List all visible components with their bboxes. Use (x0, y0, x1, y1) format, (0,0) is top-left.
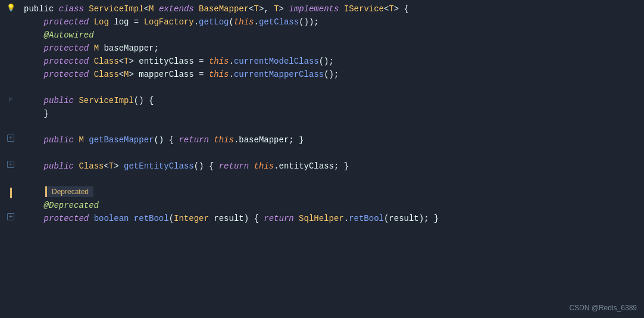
gutter-line-3 (0, 42, 21, 43)
token-type-name: Class (94, 57, 119, 66)
code-content-line-12: public Class<T> getEntityClass() { retur… (21, 160, 639, 173)
token-plain: baseMapper; (104, 43, 158, 53)
code-content-line-8: } (21, 107, 639, 120)
code-content-line-9 (21, 120, 639, 133)
token-plain: .baseMapper; } (234, 135, 304, 145)
code-line: + public M getBaseMapper() { return this… (0, 133, 644, 146)
code-content-line-3: protected M baseMapper; (21, 42, 639, 55)
token-type-name: T (389, 4, 393, 14)
gutter-line-4 (0, 55, 21, 56)
token-type-name: IService (344, 4, 384, 14)
token-type-name: ServiceImpl (89, 4, 143, 14)
token-kw-public: public (44, 161, 79, 171)
code-content-line-4: protected Class<T> entityClass = this.cu… (21, 55, 639, 68)
gutter-line-0: 💡 (0, 2, 21, 13)
token-plain (24, 214, 44, 223)
code-line (0, 173, 644, 186)
code-line: protected Class<T> entityClass = this.cu… (0, 55, 644, 68)
gutter-line-16: + (0, 212, 21, 220)
token-kw-protected: protected (44, 17, 94, 27)
code-line (0, 146, 644, 160)
token-kw-class: class (59, 4, 89, 14)
token-kw-protected: protected (44, 70, 94, 79)
gutter-line-10: + (0, 133, 21, 142)
gutter-line-2 (0, 29, 21, 30)
token-plain: > (279, 4, 289, 14)
token-plain: . (254, 17, 259, 27)
token-method-name: getClass (259, 17, 299, 27)
token-plain: < (249, 4, 254, 14)
code-line: protected M baseMapper; (0, 42, 644, 55)
gutter-line-9 (0, 120, 21, 121)
gutter-line-1 (0, 15, 21, 17)
token-type-name: LogFactory (144, 17, 194, 27)
token-type-name: SqlHelper (299, 214, 344, 223)
code-line (0, 120, 644, 133)
code-line: protected Log log = LogFactory.getLog(th… (0, 15, 644, 29)
token-method-name: retBool (349, 214, 384, 223)
token-type-name: T (274, 4, 279, 14)
deprecated-tooltip-line: Deprecated (0, 186, 644, 199)
token-plain: (); (324, 70, 339, 79)
gutter-line-6 (0, 81, 21, 82)
token-type-name: M (79, 135, 89, 145)
code-content-line-0: public class ServiceImpl<M extends BaseM… (21, 2, 639, 15)
code-line: @Deprecated (0, 199, 644, 212)
token-kw-boolean: boolean (94, 214, 134, 223)
arrow-icon: ▷ (9, 95, 12, 102)
token-plain: > entityClass = (129, 57, 208, 66)
code-content-line-16: protected boolean retBool(Integer result… (21, 212, 639, 225)
expand-icon[interactable]: + (7, 135, 14, 142)
token-kw-implements: implements (289, 4, 343, 14)
code-content-line-15: @Deprecated (21, 199, 639, 212)
token-type-name: BaseMapper (199, 4, 249, 14)
token-kw-extends: extends (159, 4, 199, 14)
token-plain: ( (169, 214, 174, 223)
token-plain: < (119, 70, 124, 79)
token-method-name: getEntityClass (124, 161, 194, 171)
token-plain (24, 70, 44, 79)
token-type-name: Class (94, 70, 119, 79)
code-line: + public Class<T> getEntityClass() { ret… (0, 160, 644, 173)
token-plain: () { (154, 135, 179, 145)
token-plain: () { (134, 96, 154, 105)
token-type-name: M (149, 4, 159, 14)
token-plain: > mapperClass = (129, 70, 208, 79)
code-line: @Autowired (0, 29, 644, 42)
gutter-line-13 (0, 173, 21, 174)
token-kw-return: return (219, 161, 254, 171)
token-kw-protected: protected (44, 43, 94, 53)
code-line: 💡public class ServiceImpl<M extends Base… (0, 2, 644, 15)
code-line: protected Class<M> mapperClass = this.cu… (0, 68, 644, 81)
token-annotation: @Autowired (44, 30, 94, 40)
token-plain: (); (319, 57, 334, 66)
token-type-name: Integer (174, 214, 214, 223)
code-content-line-10: public M getBaseMapper() { return this.b… (21, 133, 639, 146)
code-content-line-2: @Autowired (21, 29, 639, 42)
gutter-line-5 (0, 68, 21, 69)
token-kw-this: this (209, 57, 229, 66)
expand-icon[interactable]: + (7, 213, 14, 220)
token-plain: . (194, 17, 199, 27)
token-annotation: @Deprecated (44, 201, 99, 210)
token-plain: . (344, 214, 349, 223)
token-plain: ()); (299, 17, 319, 27)
code-line: ▷ public ServiceImpl() { (0, 94, 644, 107)
token-plain: > { (394, 4, 409, 14)
token-kw-return: return (179, 135, 214, 145)
token-plain: } (24, 109, 49, 119)
gutter-line-15 (0, 199, 21, 200)
token-kw-protected: protected (44, 214, 94, 223)
code-content-line-11 (21, 146, 639, 160)
deprecated-badge: Deprecated (45, 186, 93, 197)
token-plain: () { (194, 161, 219, 171)
token-kw-protected: protected (44, 57, 94, 66)
token-kw-public: public (44, 135, 79, 145)
code-line (0, 81, 644, 94)
bulb-icon: 💡 (7, 4, 15, 13)
token-plain (24, 30, 44, 40)
token-method-name: retBool (134, 214, 169, 223)
expand-icon[interactable]: + (7, 161, 14, 168)
token-kw-this: this (234, 17, 254, 27)
token-method-name: getLog (199, 17, 229, 27)
